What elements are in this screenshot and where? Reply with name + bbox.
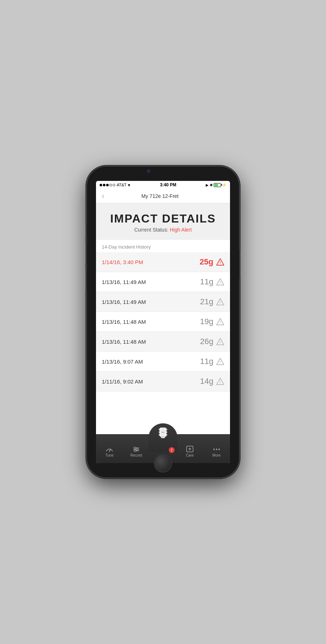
incident-date: 1/14/16, 3:40 PM: [102, 259, 143, 265]
alert-triangle-icon: !: [216, 377, 224, 385]
guitar-logo-bump: Taylor !: [149, 423, 177, 452]
incident-list: 1/14/16, 3:40 PM25g ! 1/13/16, 11:49 AM1…: [96, 252, 230, 434]
back-chevron-icon: ‹: [102, 191, 104, 201]
more-dot-3: [218, 449, 220, 450]
incident-right: 19g !: [200, 317, 224, 326]
incident-value: 26g: [200, 337, 213, 346]
incident-row[interactable]: 1/13/16, 11:48 AM26g !: [96, 332, 230, 352]
nav-title: My 712e 12-Fret: [104, 193, 216, 199]
guitar-icon: Taylor: [156, 427, 170, 441]
alert-triangle-icon: !: [216, 278, 224, 286]
svg-point-30: [137, 449, 138, 450]
svg-point-25: [109, 451, 110, 452]
svg-point-29: [134, 447, 136, 449]
home-button[interactable]: [154, 454, 172, 473]
incident-value: 11g: [200, 357, 213, 366]
alert-triangle-icon: !: [216, 318, 224, 326]
location-icon: ▶: [206, 183, 209, 187]
tab-care[interactable]: Care: [176, 445, 203, 459]
tab-tune[interactable]: Tune: [96, 446, 123, 459]
phone-screen: AT&T ▾ 3:40 PM ▶ ✱ ⚡ ‹ My 712e 12-Fret: [96, 181, 230, 463]
signal-dot-2: [103, 184, 105, 186]
battery-icon: [214, 183, 221, 187]
incident-right: 11g !: [200, 277, 224, 287]
more-icon: [213, 446, 220, 453]
section-header: 14-Day Incident History: [96, 240, 230, 252]
incident-date: 1/11/16, 9:02 AM: [102, 378, 143, 385]
incident-value: 11g: [200, 277, 213, 287]
status-value: High Alert: [170, 227, 192, 233]
bluetooth-icon: ✱: [210, 183, 213, 187]
vol-down-button[interactable]: [85, 270, 87, 291]
page-title: IMPACT DETAILS: [102, 212, 224, 225]
phone-frame: AT&T ▾ 3:40 PM ▶ ✱ ⚡ ‹ My 712e 12-Fret: [87, 166, 239, 478]
tab-more[interactable]: More: [203, 446, 230, 459]
svg-point-19: [165, 429, 167, 431]
incident-right: 26g !: [200, 337, 224, 346]
alert-triangle-icon: !: [216, 338, 224, 346]
incident-right: 25g !: [200, 257, 224, 267]
current-status-label: Current Status:: [134, 227, 168, 233]
incident-row[interactable]: 1/13/16, 11:48 AM19g !: [96, 312, 230, 332]
incident-date: 1/13/16, 11:48 AM: [102, 319, 146, 325]
incident-right: 11g !: [200, 357, 224, 366]
status-bar: AT&T ▾ 3:40 PM ▶ ✱ ⚡: [96, 181, 230, 189]
incident-right: 21g !: [200, 297, 224, 306]
incident-date: 1/13/16, 11:48 AM: [102, 339, 146, 345]
incident-right: 14g !: [200, 377, 224, 386]
section-label: 14-Day Incident History: [102, 244, 151, 250]
incident-value: 25g: [200, 257, 213, 267]
tab-record-label: Record: [130, 453, 142, 457]
more-dot-1: [213, 449, 215, 450]
navigation-bar: ‹ My 712e 12-Fret: [96, 189, 230, 203]
camera: [147, 169, 150, 173]
signal-dot-4: [109, 184, 112, 186]
incident-value: 19g: [200, 317, 213, 326]
alert-badge-icon: !: [171, 448, 172, 452]
incident-row[interactable]: 1/13/16, 11:49 AM21g !: [96, 292, 230, 312]
svg-text:!: !: [220, 380, 221, 384]
alert-triangle-icon: !: [216, 298, 224, 306]
incident-row[interactable]: 1/11/16, 9:02 AM14g !: [96, 372, 230, 391]
care-icon: [186, 445, 194, 453]
svg-text:!: !: [220, 340, 221, 344]
svg-rect-15: [161, 436, 165, 438]
svg-text:!: !: [220, 261, 221, 265]
incident-value: 21g: [200, 297, 213, 306]
tune-icon: [105, 446, 113, 453]
tab-more-label: More: [213, 453, 221, 457]
tab-tune-label: Tune: [105, 453, 113, 457]
svg-point-21: [165, 434, 167, 436]
signal-dot-1: [100, 184, 102, 186]
status-line: Current Status: High Alert: [102, 227, 224, 233]
svg-text:!: !: [220, 301, 221, 305]
svg-point-31: [135, 450, 137, 452]
battery-fill: [214, 184, 218, 186]
signal-dot-5: [113, 184, 115, 186]
incident-date: 1/13/16, 11:49 AM: [102, 299, 146, 305]
vol-up-button[interactable]: [85, 242, 87, 264]
wifi-icon: ▾: [128, 182, 130, 188]
alert-triangle-icon: !: [216, 357, 224, 365]
incident-value: 14g: [200, 377, 213, 386]
charging-icon: ⚡: [222, 183, 226, 187]
incident-row[interactable]: 1/13/16, 11:49 AM11g !: [96, 272, 230, 292]
incident-date: 1/13/16, 11:49 AM: [102, 279, 146, 285]
svg-point-20: [165, 431, 167, 433]
main-content: IMPACT DETAILS Current Status: High Aler…: [96, 203, 230, 434]
svg-text:Taylor: Taylor: [161, 432, 165, 433]
alert-triangle-icon: !: [216, 258, 224, 266]
incident-row[interactable]: 1/14/16, 3:40 PM25g !: [96, 252, 230, 272]
signal-strength: [100, 184, 115, 186]
back-button[interactable]: ‹: [102, 191, 104, 201]
svg-point-16: [159, 429, 160, 431]
incident-row[interactable]: 1/13/16, 9:07 AM11g !: [96, 352, 230, 372]
power-button[interactable]: [239, 250, 241, 279]
guitar-alert-badge: !: [169, 447, 175, 453]
impact-header: IMPACT DETAILS Current Status: High Aler…: [96, 203, 230, 240]
tab-record[interactable]: Record: [123, 446, 150, 459]
status-right: ▶ ✱ ⚡: [206, 183, 226, 187]
speaker: [154, 170, 179, 172]
record-icon: [132, 446, 140, 453]
carrier-label: AT&T: [117, 183, 126, 187]
